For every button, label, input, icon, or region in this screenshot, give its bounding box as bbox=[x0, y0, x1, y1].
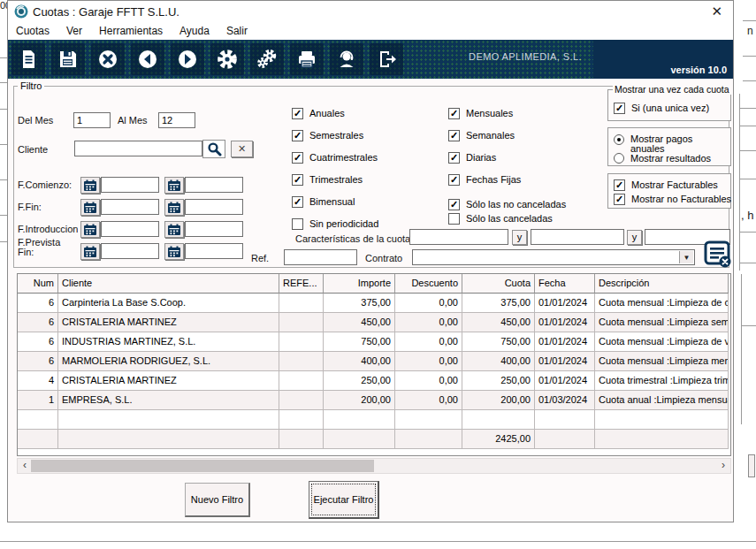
menu-item-ayuda[interactable]: Ayuda bbox=[179, 25, 210, 37]
column-header[interactable]: Importe bbox=[324, 274, 395, 294]
date-input-introduccion-2[interactable] bbox=[185, 221, 243, 237]
column-header[interactable]: Fecha bbox=[535, 274, 595, 294]
cliente-search-button[interactable] bbox=[202, 140, 225, 158]
table-cell[interactable]: 6 bbox=[18, 294, 58, 313]
table-cell[interactable]: 0,00 bbox=[395, 391, 462, 410]
calendar-button-fin-1[interactable] bbox=[80, 199, 100, 216]
cancel-option-1[interactable]: Sólo las canceladas bbox=[448, 212, 553, 225]
menu-item-ver[interactable]: Ver bbox=[66, 25, 82, 37]
scrollbar-thumb[interactable] bbox=[31, 460, 374, 472]
print-button[interactable] bbox=[290, 43, 324, 75]
del-mes-input[interactable] bbox=[73, 112, 111, 128]
periodicity-left-4[interactable]: ✓Bimensual bbox=[292, 195, 355, 208]
cancel-option-0[interactable]: ✓Sólo las no canceladas bbox=[448, 198, 566, 210]
calendar-button-prevista-fin-1[interactable] bbox=[80, 243, 100, 260]
table-row[interactable]: 6Carpinteria La Base S.Coop.375,000,0037… bbox=[18, 294, 730, 313]
table-cell[interactable]: 0,00 bbox=[395, 332, 462, 352]
table-cell[interactable]: 375,00 bbox=[462, 294, 535, 313]
cliente-input[interactable] bbox=[74, 141, 202, 156]
new-document-button[interactable] bbox=[11, 43, 45, 75]
show-once-checkbox[interactable]: ✓ Si (una unica vez) bbox=[614, 102, 709, 114]
calendar-button-introduccion-1[interactable] bbox=[80, 221, 100, 238]
menu-item-herramientas[interactable]: Herramientas bbox=[99, 25, 163, 37]
table-cell[interactable]: 0,00 bbox=[395, 313, 462, 332]
date-input-comienzo-1[interactable] bbox=[101, 177, 159, 193]
periodicity-right-3[interactable]: ✓Fechas Fijas bbox=[448, 173, 521, 186]
support-button[interactable] bbox=[330, 43, 363, 75]
table-cell[interactable]: 750,00 bbox=[462, 332, 535, 352]
table-cell[interactable]: MARMOLERIA RODRIGUEZ, S.L. bbox=[58, 352, 279, 371]
periodicity-left-1[interactable]: ✓Semestrales bbox=[292, 129, 363, 141]
table-cell[interactable]: 01/01/2024 bbox=[535, 352, 595, 371]
periodicity-left-0[interactable]: ✓Anuales bbox=[292, 107, 345, 119]
table-cell[interactable]: INDUSTRIAS MARTINEZ, S.L. bbox=[58, 332, 279, 352]
run-filter-button[interactable]: Ejecutar Filtro bbox=[309, 481, 379, 519]
show-billable-checkbox[interactable]: ✓ Mostrar Facturables bbox=[614, 179, 718, 191]
table-cell[interactable]: 01/01/2024 bbox=[535, 332, 595, 352]
exit-button[interactable] bbox=[370, 43, 403, 75]
table-cell[interactable]: Cuota mensual :Limpieza men bbox=[595, 352, 729, 371]
table-cell[interactable]: 0,00 bbox=[395, 371, 462, 391]
table-cell[interactable] bbox=[279, 332, 324, 352]
caracteristica-input-1[interactable] bbox=[409, 229, 508, 245]
table-cell[interactable]: EMPRESA, S.L. bbox=[58, 391, 279, 410]
tools-button[interactable] bbox=[250, 43, 284, 75]
table-cell[interactable]: 01/01/2024 bbox=[535, 294, 595, 313]
table-cell[interactable]: CRISTALERIA MARTINEZ bbox=[58, 313, 279, 332]
calendar-button-comienzo-2[interactable] bbox=[164, 177, 184, 194]
table-cell[interactable]: 400,00 bbox=[324, 352, 395, 371]
table-cell[interactable]: 01/01/2024 bbox=[535, 313, 595, 332]
table-cell[interactable]: 01/01/2024 bbox=[535, 371, 595, 391]
table-cell[interactable]: Cuota mensual :Limpieza sem bbox=[595, 313, 729, 332]
chevron-down-icon[interactable]: ▼ bbox=[679, 251, 693, 263]
table-cell[interactable] bbox=[279, 313, 324, 332]
date-input-introduccion-1[interactable] bbox=[101, 221, 159, 237]
table-cell[interactable]: CRISTALERIA MARTINEZ bbox=[58, 371, 279, 391]
previous-button[interactable] bbox=[131, 43, 164, 75]
cancel-button[interactable] bbox=[91, 43, 125, 75]
scroll-right-icon[interactable]: › bbox=[717, 459, 729, 473]
table-cell[interactable]: 6 bbox=[18, 313, 58, 332]
table-cell[interactable]: Carpinteria La Base S.Coop. bbox=[58, 294, 279, 313]
periodicity-right-2[interactable]: ✓Diarias bbox=[448, 151, 496, 164]
table-cell[interactable] bbox=[279, 371, 324, 391]
show-non-billable-checkbox[interactable]: ✓ Mostrar no Facturables bbox=[614, 193, 731, 205]
ref-input[interactable] bbox=[284, 249, 357, 265]
al-mes-input[interactable] bbox=[158, 112, 195, 128]
table-row[interactable]: 1EMPRESA, S.L.200,000,00200,0001/03/2024… bbox=[18, 391, 730, 410]
settings-button[interactable] bbox=[210, 43, 244, 75]
column-header[interactable]: Num bbox=[18, 274, 58, 294]
table-cell[interactable]: 200,00 bbox=[462, 391, 535, 410]
scroll-left-icon[interactable]: ‹ bbox=[19, 459, 31, 473]
date-input-prevista-fin-2[interactable] bbox=[185, 243, 243, 259]
periodicity-left-3[interactable]: ✓Trimestrales bbox=[292, 173, 363, 186]
caracteristica-input-2[interactable] bbox=[531, 229, 624, 245]
horizontal-scrollbar[interactable]: ‹ › bbox=[17, 458, 731, 474]
new-filter-button[interactable]: Nuevo Filtro bbox=[185, 483, 250, 517]
table-cell[interactable]: 01/03/2024 bbox=[535, 391, 595, 410]
save-button[interactable] bbox=[51, 43, 85, 75]
table-cell[interactable] bbox=[279, 294, 324, 313]
column-header[interactable]: REFE... bbox=[279, 274, 324, 294]
table-cell[interactable] bbox=[279, 391, 324, 410]
periodicity-left-2[interactable]: ✓Cuatrimestrales bbox=[292, 151, 378, 164]
contrato-dropdown[interactable]: ▼ bbox=[412, 249, 695, 265]
table-cell[interactable]: 6 bbox=[18, 332, 58, 352]
calendar-button-prevista-fin-2[interactable] bbox=[164, 243, 184, 260]
menu-item-cuotas[interactable]: Cuotas bbox=[16, 25, 50, 37]
column-header[interactable]: Cuota bbox=[462, 274, 535, 294]
table-cell[interactable]: 450,00 bbox=[324, 313, 395, 332]
close-icon[interactable]: ✕ bbox=[711, 4, 722, 19]
date-input-comienzo-2[interactable] bbox=[185, 177, 243, 193]
clear-contract-button[interactable] bbox=[703, 240, 733, 269]
table-cell[interactable] bbox=[279, 352, 324, 371]
calendar-button-fin-2[interactable] bbox=[164, 199, 184, 216]
table-cell[interactable]: 1 bbox=[18, 391, 58, 410]
date-input-prevista-fin-1[interactable] bbox=[101, 243, 159, 259]
calendar-button-introduccion-2[interactable] bbox=[164, 221, 184, 238]
column-header[interactable]: Descripción bbox=[595, 274, 729, 294]
column-header[interactable]: Cliente bbox=[58, 274, 279, 294]
table-row[interactable]: 6CRISTALERIA MARTINEZ450,000,00450,0001/… bbox=[18, 313, 730, 332]
menu-item-salir[interactable]: Salir bbox=[226, 25, 248, 37]
column-header[interactable]: Descuento bbox=[395, 274, 462, 294]
